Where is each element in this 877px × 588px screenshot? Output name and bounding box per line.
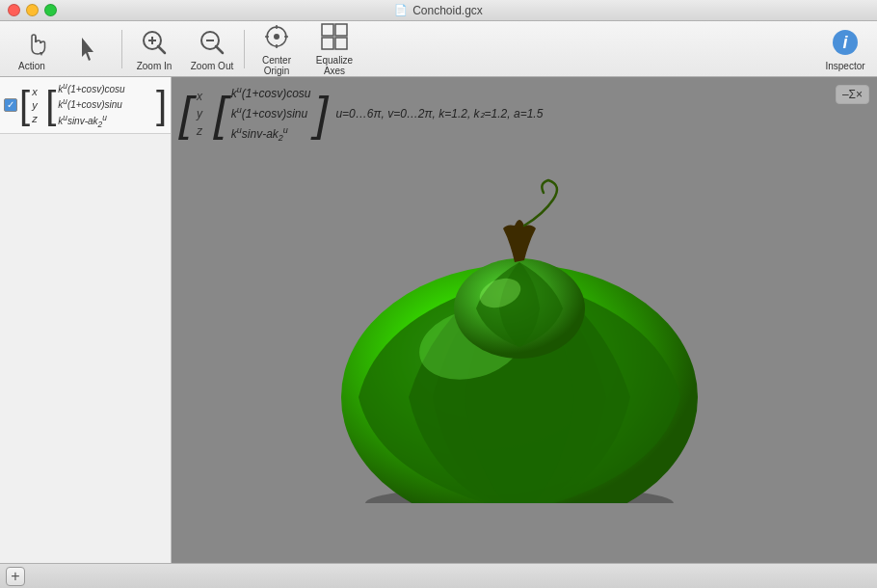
ce-var-z: z <box>197 124 210 138</box>
ce-close-bracket: ] <box>315 90 329 138</box>
equation-checkbox[interactable] <box>4 98 17 112</box>
inspector-label: Inspector <box>825 61 864 71</box>
var-z: z <box>32 113 43 124</box>
title-text: Conchoid.gcx <box>412 4 483 17</box>
center-origin-label: Center Origin <box>249 55 305 76</box>
equalize-axes-button[interactable]: Equalize Axes <box>306 24 362 74</box>
svg-rect-18 <box>322 38 333 49</box>
ce-formulas: ku(1+cosv)cosu ku(1+cosv)sinu kusinv‑ak2… <box>231 85 311 143</box>
center-origin-button[interactable]: Center Origin <box>249 24 305 74</box>
zoom-in-button[interactable]: Zoom In <box>126 24 182 74</box>
bracket-left-2: [ <box>45 86 56 124</box>
bracket-right: ] <box>156 86 167 124</box>
canvas-area[interactable]: [ x y z [ ku(1+cosv)cosu ku(1+cosv)sinu … <box>172 77 877 563</box>
sigma-button[interactable]: –Σ× <box>836 85 869 104</box>
equalize-axes-label: Equalize Axes <box>306 55 362 76</box>
eq-formulas: ku(1+cosv)cosu ku(1+cosv)sinu kusinv‑ak2… <box>58 81 154 129</box>
toolbar: Action Zoom In <box>0 21 877 77</box>
ce-f1: ku(1+cosv)cosu <box>231 85 311 100</box>
formula-1: ku(1+cosv)cosu <box>58 81 154 94</box>
zoom-out-icon <box>197 27 227 58</box>
svg-marker-2 <box>82 38 93 61</box>
canvas-equation: [ x y z [ ku(1+cosv)cosu ku(1+cosv)sinu … <box>179 85 543 143</box>
action-icon <box>16 27 47 58</box>
action-button[interactable]: Action <box>4 24 60 74</box>
add-button[interactable]: + <box>6 567 25 586</box>
toolbar-separator-1 <box>121 30 122 68</box>
close-button[interactable] <box>8 4 20 16</box>
svg-line-9 <box>216 46 223 53</box>
var-labels: x y z <box>32 84 43 126</box>
equalize-axes-icon-wrap <box>319 21 350 52</box>
pumpkin-canvas <box>293 137 756 503</box>
inspector-button[interactable]: i Inspector <box>817 24 873 74</box>
ce-var-y: y <box>197 107 210 120</box>
ce-var-labels: x y z <box>197 86 210 142</box>
bottom-bar: + <box>0 563 877 588</box>
zoom-in-icon-wrap <box>139 27 170 58</box>
var-y: y <box>32 99 43 111</box>
svg-rect-16 <box>322 24 333 36</box>
zoom-in-label: Zoom In <box>137 61 173 71</box>
inspector-icon-wrap: i <box>830 27 861 58</box>
ce-var-x: x <box>197 90 210 103</box>
equalize-axes-icon <box>319 21 350 52</box>
svg-point-11 <box>274 34 279 40</box>
svg-rect-17 <box>335 24 347 36</box>
minimize-button[interactable] <box>26 4 39 16</box>
pumpkin-svg <box>293 137 756 503</box>
formula-3: kusinv‑ak2u <box>58 113 154 129</box>
zoom-out-button[interactable]: Zoom Out <box>184 24 240 74</box>
pointer-button[interactable] <box>62 24 118 74</box>
window-title: 📄 Conchoid.gcx <box>394 4 483 17</box>
zoom-out-icon-wrap <box>197 27 227 58</box>
ce-bracket-2: [ <box>214 90 227 138</box>
titlebar: 📄 Conchoid.gcx <box>0 0 877 21</box>
window-controls[interactable] <box>8 4 57 16</box>
formula-2: ku(1+cosv)sinu <box>58 96 154 110</box>
equation-row: [ x y z [ ku(1+cosv)cosu ku(1+cosv)sinu … <box>0 77 171 134</box>
action-icon-wrap <box>16 27 47 58</box>
bracket-left: [ <box>19 86 30 124</box>
left-panel: [ x y z [ ku(1+cosv)cosu ku(1+cosv)sinu … <box>0 77 172 563</box>
action-label: Action <box>18 61 45 71</box>
svg-line-6 <box>158 46 165 53</box>
ce-open-bracket: [ <box>179 90 193 138</box>
doc-icon: 📄 <box>394 4 408 16</box>
pointer-icon <box>76 36 103 63</box>
ce-params: u=0…6π, v=0…2π, k=1.2, k₂=1.2, a=1.5 <box>335 107 543 120</box>
main-area: [ x y z [ ku(1+cosv)cosu ku(1+cosv)sinu … <box>0 77 877 563</box>
zoom-in-icon <box>139 27 170 58</box>
toolbar-separator-2 <box>244 30 245 68</box>
var-x: x <box>32 86 43 97</box>
zoom-out-label: Zoom Out <box>191 61 233 71</box>
center-origin-icon <box>261 21 292 52</box>
maximize-button[interactable] <box>44 4 57 16</box>
pointer-icon-wrap <box>74 34 105 65</box>
ce-f2: ku(1+cosv)sinu <box>231 105 311 120</box>
center-origin-icon-wrap <box>261 21 292 52</box>
svg-rect-19 <box>335 38 347 49</box>
inspector-icon: i <box>830 27 861 58</box>
